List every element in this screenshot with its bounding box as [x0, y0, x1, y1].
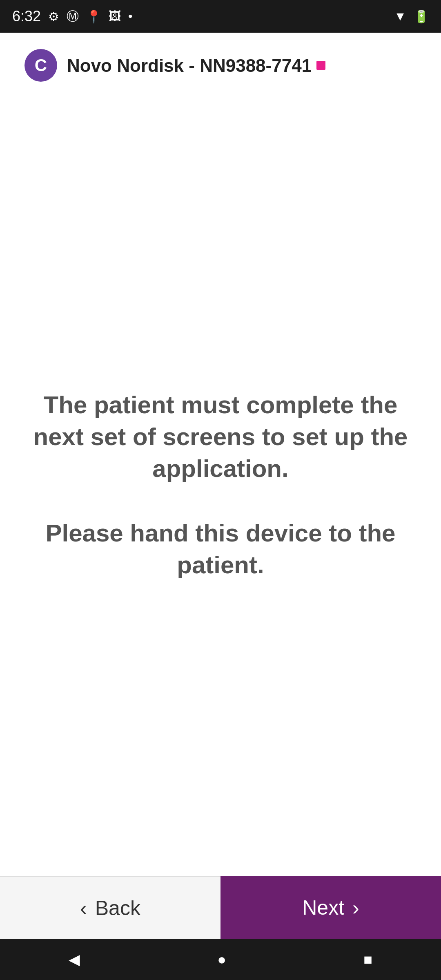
status-bar-left: 6:32 ⚙ Ⓜ 📍 🖼 •: [12, 8, 133, 25]
header-accent-dot: [316, 61, 325, 70]
motorola-icon: Ⓜ: [67, 8, 79, 25]
screenshot-icon: 🖼: [109, 9, 121, 23]
app-icon: C: [24, 49, 57, 82]
next-button[interactable]: Next ›: [220, 876, 441, 939]
battery-icon: 🔋: [414, 9, 429, 24]
android-nav-bar: ◀ ● ■: [0, 939, 441, 980]
settings-icon: ⚙: [48, 9, 59, 24]
dot-icon: •: [128, 9, 133, 23]
android-recents-icon[interactable]: ■: [363, 951, 372, 968]
back-button[interactable]: ‹ Back: [0, 876, 220, 939]
header-title: Novo Nordisk - NN9388-7741: [67, 54, 325, 77]
next-chevron-icon: ›: [352, 896, 359, 920]
status-time: 6:32: [12, 8, 41, 25]
next-button-label: Next: [302, 896, 344, 920]
bottom-nav: ‹ Back Next ›: [0, 876, 441, 939]
status-bar-right: ▼ 🔋: [394, 9, 429, 24]
hand-device-text: Please hand this device to the patient.: [33, 517, 408, 581]
header: C Novo Nordisk - NN9388-7741: [0, 33, 441, 94]
android-home-icon[interactable]: ●: [217, 951, 226, 968]
location-icon: 📍: [86, 9, 101, 24]
back-chevron-icon: ‹: [80, 896, 87, 920]
main-content: The patient must complete the next set o…: [0, 94, 441, 876]
status-bar: 6:32 ⚙ Ⓜ 📍 🖼 • ▼ 🔋: [0, 0, 441, 33]
back-button-label: Back: [95, 896, 140, 920]
app-icon-label: C: [35, 56, 47, 75]
wifi-icon: ▼: [394, 9, 406, 23]
header-title-text: Novo Nordisk - NN9388-7741: [67, 54, 312, 77]
android-back-icon[interactable]: ◀: [69, 951, 80, 968]
instruction-text: The patient must complete the next set o…: [33, 389, 408, 485]
